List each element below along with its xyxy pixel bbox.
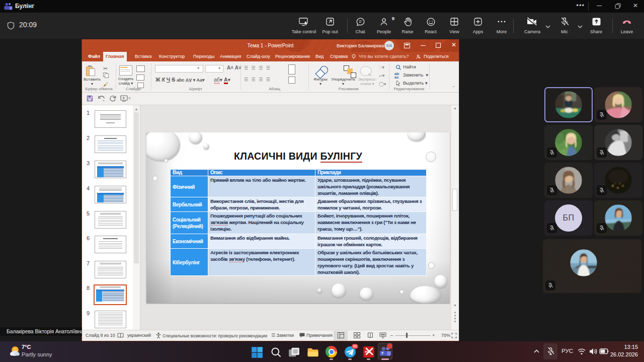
svg-text:PDF: PDF	[365, 350, 371, 353]
svg-text:T: T	[381, 351, 384, 355]
